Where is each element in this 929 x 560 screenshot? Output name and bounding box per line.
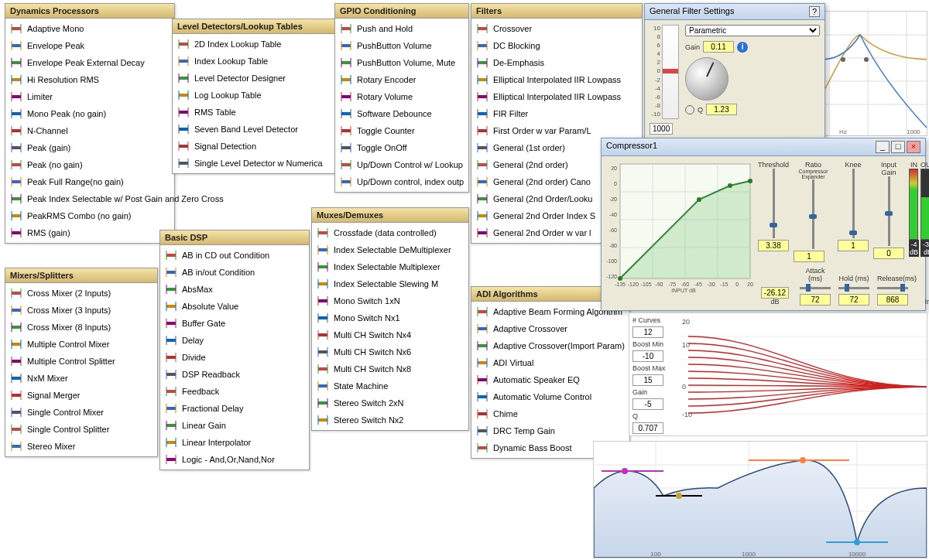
list-item[interactable]: Up/Down Control w/ Lookup — [335, 156, 468, 173]
list-item[interactable]: Multiple Control Mixer — [5, 336, 157, 353]
list-item[interactable]: DRC Temp Gain — [471, 422, 629, 439]
list-item[interactable]: Cross Mixer (8 Inputs) — [5, 319, 157, 336]
list-item[interactable]: Peak Index Selectable w/ Post Gain and Z… — [5, 190, 174, 207]
list-item[interactable]: Stereo Switch Nx2 — [312, 411, 468, 429]
list-item[interactable]: State Machine — [312, 377, 468, 394]
list-item[interactable]: Divide — [160, 349, 309, 366]
q-radio[interactable] — [685, 105, 694, 114]
gain-value[interactable]: 0.11 — [703, 41, 734, 53]
list-item[interactable]: DC Blocking — [471, 37, 642, 54]
list-item[interactable]: AbsMax — [160, 281, 309, 298]
knee-value[interactable]: 1 — [838, 240, 869, 251]
list-item[interactable]: Limiter — [5, 88, 174, 105]
threshold-slider[interactable] — [773, 169, 775, 238]
q-value[interactable]: 1.23 — [706, 104, 737, 115]
list-item[interactable]: 2D Index Lookup Table — [173, 36, 351, 53]
list-item[interactable]: DSP Readback — [160, 366, 309, 383]
list-item[interactable]: Peak (no gain) — [5, 156, 174, 173]
list-item[interactable]: Signal Detection — [173, 138, 351, 155]
list-item[interactable]: Rotary Encoder — [335, 71, 468, 88]
list-item[interactable]: Rotary Volume — [335, 88, 468, 105]
curveq-input[interactable] — [632, 422, 663, 434]
list-item[interactable]: Mono Peak (no gain) — [5, 105, 174, 122]
list-item[interactable]: Seven Band Level Detector — [173, 121, 351, 138]
hold-slider[interactable] — [838, 287, 869, 289]
list-item[interactable]: Logic - And,Or,Nand,Nor — [160, 451, 309, 468]
list-item[interactable]: Log Lookup Table — [173, 87, 351, 104]
curvegain-input[interactable] — [632, 398, 663, 410]
window-controls[interactable]: _ □ × — [876, 141, 920, 153]
list-item[interactable]: NxM Mixer — [5, 370, 157, 387]
list-item[interactable]: Adaptive Crossover — [471, 320, 629, 337]
list-item[interactable]: RMS Table — [173, 104, 351, 121]
list-item[interactable]: Index Lookup Table — [173, 53, 351, 70]
list-item[interactable]: Multi CH Switch Nx4 — [312, 326, 468, 343]
q-knob[interactable] — [685, 57, 728, 101]
list-item[interactable]: AB in CD out Condition — [160, 247, 309, 264]
list-item[interactable]: First Order w var Param/L — [471, 122, 642, 139]
list-item[interactable]: Automatic Speaker EQ — [471, 371, 629, 388]
list-item[interactable]: PushButton Volume — [335, 37, 468, 54]
list-item[interactable]: Single Control Splitter — [5, 421, 157, 438]
list-item[interactable]: Index Selectable DeMultiplexer — [312, 241, 468, 258]
list-item[interactable]: Stereo Mixer — [5, 438, 157, 455]
list-item[interactable]: Signal Merger — [5, 387, 157, 404]
list-item[interactable]: Feedback — [160, 383, 309, 400]
list-item[interactable]: N-Channel — [5, 122, 174, 139]
list-item[interactable]: Fractional Delay — [160, 400, 309, 417]
list-item[interactable]: Cross Mixer (2 Inputs) — [5, 285, 157, 302]
list-item[interactable]: Elliptical Interpolated IIR Lowpass — [471, 71, 642, 88]
release-slider[interactable] — [877, 287, 908, 289]
list-item[interactable]: Linear Interpolator — [160, 434, 309, 451]
filter-type-dropdown[interactable]: Parametric — [685, 25, 820, 36]
list-item[interactable]: Multi CH Switch Nx8 — [312, 360, 468, 377]
list-item[interactable]: Peak (gain) — [5, 139, 174, 156]
threshold-value[interactable]: 3.38 — [758, 240, 789, 251]
boostmin-input[interactable] — [632, 350, 663, 362]
list-item[interactable]: Hi Resolution RMS — [5, 71, 174, 88]
list-item[interactable]: Linear Gain — [160, 417, 309, 434]
ratio-value[interactable]: 1 — [794, 251, 824, 262]
list-item[interactable]: Adaptive Crossover(Import Param) — [471, 337, 629, 354]
attack-value[interactable]: 72 — [800, 294, 831, 306]
list-item[interactable]: Single Control Mixer — [5, 404, 157, 421]
list-item[interactable]: Index Selectable Slewing M — [312, 275, 468, 292]
info-icon[interactable]: i — [737, 42, 748, 53]
list-item[interactable]: Stereo Switch 2xN — [312, 394, 468, 411]
list-item[interactable]: Peak Full Range(no gain) — [5, 173, 174, 190]
list-item[interactable]: Chime — [471, 405, 629, 422]
list-item[interactable]: Buffer Gate — [160, 315, 309, 332]
list-item[interactable]: Elliptical Interpolated IIR Lowpass — [471, 88, 642, 105]
list-item[interactable]: PeakRMS Combo (no gain) — [5, 207, 174, 224]
general-filter-settings-window[interactable]: General Filter Settings? 1086420-2-4-6-8… — [644, 3, 825, 138]
numcurves-input[interactable] — [632, 326, 663, 338]
list-item[interactable]: Crossover — [471, 20, 642, 37]
list-item[interactable]: Absolute Value — [160, 298, 309, 315]
list-item[interactable]: Mono Switch Nx1 — [312, 309, 468, 326]
list-item[interactable]: PushButton Volume, Mute — [335, 54, 468, 71]
knee-slider[interactable] — [852, 169, 855, 238]
list-item[interactable]: FIR Filter — [471, 105, 642, 122]
list-item[interactable]: Envelope Peak — [5, 37, 174, 54]
list-item[interactable]: Mono Switch 1xN — [312, 292, 468, 309]
list-item[interactable]: Index Selectable Multiplexer — [312, 258, 468, 275]
list-item[interactable]: ADI Virtual — [471, 354, 629, 371]
list-item[interactable]: Adaptive Mono — [5, 20, 174, 37]
freq-value[interactable]: 1000 — [650, 123, 673, 135]
list-item[interactable]: Multiple Control Splitter — [5, 353, 157, 370]
list-item[interactable]: Toggle Counter — [335, 122, 468, 139]
list-item[interactable]: Multi CH Switch Nx6 — [312, 343, 468, 360]
inputgain-slider[interactable] — [888, 176, 890, 246]
boostmax-input[interactable] — [632, 374, 663, 386]
list-item[interactable]: Software Debounce — [335, 105, 468, 122]
inputgain-value[interactable]: 0 — [873, 248, 904, 259]
help-icon[interactable]: ? — [809, 6, 820, 17]
gain-slider[interactable] — [662, 25, 679, 119]
list-item[interactable]: Level Detector Designer — [173, 70, 351, 87]
list-item[interactable]: De-Emphasis — [471, 54, 642, 71]
list-item[interactable]: Envelope Peak External Decay — [5, 54, 174, 71]
list-item[interactable]: Automatic Volume Control — [471, 388, 629, 405]
list-item[interactable]: Delay — [160, 332, 309, 349]
attack-slider[interactable] — [800, 287, 831, 289]
list-item[interactable]: Cross Mixer (3 Inputs) — [5, 302, 157, 319]
